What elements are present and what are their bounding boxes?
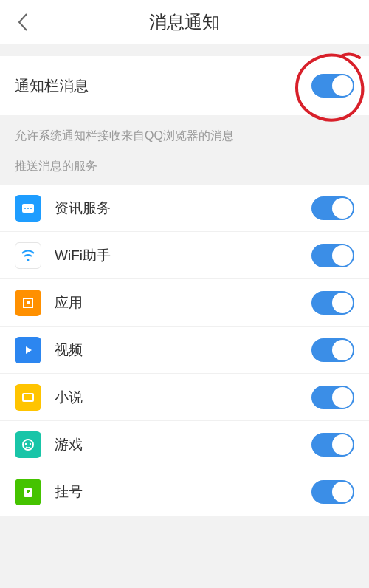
register-icon: [15, 479, 41, 505]
toggle-knob: [332, 75, 353, 96]
toggle-news[interactable]: [311, 196, 354, 220]
list-item-video: 视频: [0, 327, 369, 374]
list-item-game: 游戏: [0, 421, 369, 468]
list-item-app: 应用: [0, 279, 369, 327]
novel-icon: [15, 384, 41, 411]
item-label: 资讯服务: [55, 199, 311, 218]
svg-point-8: [23, 440, 33, 450]
toggle-video[interactable]: [311, 338, 354, 362]
section-header: 推送消息的服务: [0, 153, 369, 185]
back-button[interactable]: [12, 11, 34, 33]
item-label: 应用: [55, 293, 311, 312]
list-item-novel: 小说: [0, 374, 369, 421]
svg-point-1: [24, 208, 26, 209]
list-item-wifi: WiFi助手: [0, 232, 369, 279]
wifi-icon: [15, 242, 41, 269]
svg-rect-5: [27, 301, 30, 304]
item-label: 游戏: [55, 435, 311, 454]
item-label: 小说: [55, 388, 311, 407]
game-icon: [15, 431, 41, 458]
svg-point-3: [30, 208, 32, 209]
news-icon: [15, 195, 41, 222]
service-list: 资讯服务 WiFi助手 应用 视频 小说 游戏: [0, 185, 369, 516]
item-label: 挂号: [55, 482, 311, 502]
svg-point-2: [27, 208, 29, 209]
toggle-game[interactable]: [311, 433, 354, 457]
main-toggle-label: 通知栏消息: [15, 76, 89, 96]
svg-marker-6: [26, 346, 32, 354]
item-label: WiFi助手: [55, 246, 311, 265]
toggle-app[interactable]: [311, 291, 354, 315]
chevron-left-icon: [17, 13, 29, 32]
app-icon: [15, 290, 41, 316]
toggle-description: 允许系统通知栏接收来自QQ浏览器的消息: [0, 115, 369, 153]
list-item-register: 挂号: [0, 468, 369, 516]
svg-rect-13: [27, 490, 29, 493]
video-icon: [15, 337, 41, 363]
item-label: 视频: [55, 341, 311, 360]
svg-rect-7: [23, 394, 33, 401]
svg-point-9: [25, 442, 27, 444]
header: 消息通知: [0, 0, 369, 44]
toggle-register[interactable]: [311, 480, 354, 504]
toggle-wifi[interactable]: [311, 244, 354, 267]
toggle-novel[interactable]: [311, 386, 354, 409]
svg-point-10: [30, 442, 31, 444]
main-toggle-row: 通知栏消息: [0, 56, 369, 115]
main-toggle[interactable]: [311, 74, 354, 98]
list-item-news: 资讯服务: [0, 185, 369, 232]
page-title: 消息通知: [149, 10, 220, 34]
